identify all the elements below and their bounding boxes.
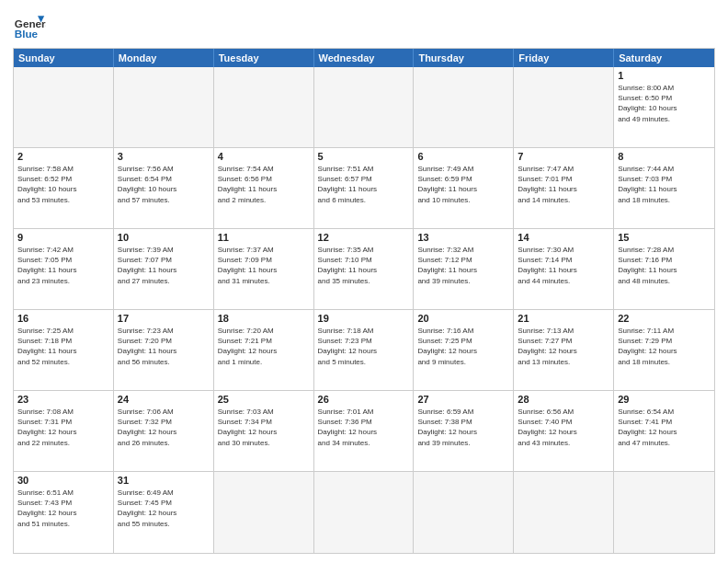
- weekday-header-monday: Monday: [114, 49, 214, 67]
- calendar-day-22: 22Sunrise: 7:11 AM Sunset: 7:29 PM Dayli…: [614, 310, 714, 391]
- page: General Blue SundayMondayTuesdayWednesda…: [0, 0, 728, 563]
- day-info: Sunrise: 7:28 AM Sunset: 7:16 PM Dayligh…: [618, 245, 711, 286]
- day-number: 30: [17, 475, 109, 486]
- day-number: 6: [417, 151, 509, 162]
- day-info: Sunrise: 6:54 AM Sunset: 7:41 PM Dayligh…: [618, 407, 711, 448]
- day-number: 19: [318, 313, 410, 324]
- calendar-empty-cell: [414, 67, 514, 148]
- svg-text:Blue: Blue: [15, 28, 39, 40]
- calendar-day-30: 30Sunrise: 6:51 AM Sunset: 7:43 PM Dayli…: [14, 472, 114, 553]
- calendar-day-16: 16Sunrise: 7:25 AM Sunset: 7:18 PM Dayli…: [14, 310, 114, 391]
- weekday-header-friday: Friday: [514, 49, 614, 67]
- day-number: 1: [618, 70, 711, 81]
- calendar-day-26: 26Sunrise: 7:01 AM Sunset: 7:36 PM Dayli…: [314, 391, 415, 472]
- day-number: 5: [318, 151, 410, 162]
- logo-icon: General Blue: [13, 9, 46, 42]
- day-info: Sunrise: 6:56 AM Sunset: 7:40 PM Dayligh…: [518, 407, 609, 448]
- day-info: Sunrise: 6:59 AM Sunset: 7:38 PM Dayligh…: [417, 407, 509, 448]
- calendar-day-2: 2Sunrise: 7:58 AM Sunset: 6:52 PM Daylig…: [14, 148, 114, 229]
- calendar-empty-cell: [314, 472, 415, 553]
- weekday-header-saturday: Saturday: [614, 49, 714, 67]
- day-number: 18: [218, 313, 310, 324]
- calendar-day-13: 13Sunrise: 7:32 AM Sunset: 7:12 PM Dayli…: [414, 229, 514, 310]
- calendar-day-31: 31Sunrise: 6:49 AM Sunset: 7:45 PM Dayli…: [114, 472, 214, 553]
- day-info: Sunrise: 7:08 AM Sunset: 7:31 PM Dayligh…: [17, 407, 109, 448]
- day-info: Sunrise: 7:51 AM Sunset: 6:57 PM Dayligh…: [318, 164, 410, 205]
- day-info: Sunrise: 8:00 AM Sunset: 6:50 PM Dayligh…: [618, 83, 711, 124]
- day-info: Sunrise: 7:23 AM Sunset: 7:20 PM Dayligh…: [118, 326, 210, 367]
- calendar-day-18: 18Sunrise: 7:20 AM Sunset: 7:21 PM Dayli…: [214, 310, 314, 391]
- calendar-empty-cell: [214, 472, 314, 553]
- day-number: 2: [17, 151, 109, 162]
- day-number: 29: [618, 394, 711, 405]
- day-info: Sunrise: 7:56 AM Sunset: 6:54 PM Dayligh…: [118, 164, 210, 205]
- calendar-day-7: 7Sunrise: 7:47 AM Sunset: 7:01 PM Daylig…: [514, 148, 614, 229]
- day-info: Sunrise: 7:54 AM Sunset: 6:56 PM Dayligh…: [218, 164, 310, 205]
- day-number: 26: [318, 394, 410, 405]
- calendar-header: SundayMondayTuesdayWednesdayThursdayFrid…: [14, 49, 714, 67]
- day-info: Sunrise: 7:35 AM Sunset: 7:10 PM Dayligh…: [318, 245, 410, 286]
- day-number: 3: [118, 151, 210, 162]
- day-number: 8: [618, 151, 711, 162]
- day-number: 4: [218, 151, 310, 162]
- day-number: 9: [17, 232, 109, 243]
- day-info: Sunrise: 7:32 AM Sunset: 7:12 PM Dayligh…: [417, 245, 509, 286]
- calendar-body: 1Sunrise: 8:00 AM Sunset: 6:50 PM Daylig…: [14, 67, 714, 553]
- calendar-day-21: 21Sunrise: 7:13 AM Sunset: 7:27 PM Dayli…: [514, 310, 614, 391]
- day-number: 23: [17, 394, 109, 405]
- calendar-day-20: 20Sunrise: 7:16 AM Sunset: 7:25 PM Dayli…: [414, 310, 514, 391]
- day-info: Sunrise: 7:18 AM Sunset: 7:23 PM Dayligh…: [318, 326, 410, 367]
- calendar-empty-cell: [514, 472, 614, 553]
- day-number: 27: [417, 394, 509, 405]
- calendar-empty-cell: [214, 67, 314, 148]
- day-number: 11: [218, 232, 310, 243]
- calendar-day-19: 19Sunrise: 7:18 AM Sunset: 7:23 PM Dayli…: [314, 310, 415, 391]
- calendar-empty-cell: [514, 67, 614, 148]
- day-info: Sunrise: 7:47 AM Sunset: 7:01 PM Dayligh…: [518, 164, 609, 205]
- calendar-day-15: 15Sunrise: 7:28 AM Sunset: 7:16 PM Dayli…: [614, 229, 714, 310]
- calendar-day-10: 10Sunrise: 7:39 AM Sunset: 7:07 PM Dayli…: [114, 229, 214, 310]
- calendar-day-12: 12Sunrise: 7:35 AM Sunset: 7:10 PM Dayli…: [314, 229, 415, 310]
- day-number: 17: [118, 313, 210, 324]
- day-number: 16: [17, 313, 109, 324]
- logo: General Blue: [13, 9, 46, 42]
- day-info: Sunrise: 7:03 AM Sunset: 7:34 PM Dayligh…: [218, 407, 310, 448]
- day-info: Sunrise: 7:30 AM Sunset: 7:14 PM Dayligh…: [518, 245, 609, 286]
- day-number: 10: [118, 232, 210, 243]
- day-number: 13: [417, 232, 509, 243]
- weekday-header-thursday: Thursday: [414, 49, 514, 67]
- day-number: 21: [518, 313, 609, 324]
- day-number: 15: [618, 232, 711, 243]
- day-number: 20: [417, 313, 509, 324]
- day-number: 31: [118, 475, 210, 486]
- day-info: Sunrise: 6:51 AM Sunset: 7:43 PM Dayligh…: [17, 488, 109, 529]
- day-info: Sunrise: 7:06 AM Sunset: 7:32 PM Dayligh…: [118, 407, 210, 448]
- day-number: 24: [118, 394, 210, 405]
- calendar-day-11: 11Sunrise: 7:37 AM Sunset: 7:09 PM Dayli…: [214, 229, 314, 310]
- day-info: Sunrise: 7:25 AM Sunset: 7:18 PM Dayligh…: [17, 326, 109, 367]
- day-info: Sunrise: 7:49 AM Sunset: 6:59 PM Dayligh…: [417, 164, 509, 205]
- day-info: Sunrise: 7:01 AM Sunset: 7:36 PM Dayligh…: [318, 407, 410, 448]
- calendar-empty-cell: [414, 472, 514, 553]
- calendar-day-6: 6Sunrise: 7:49 AM Sunset: 6:59 PM Daylig…: [414, 148, 514, 229]
- calendar-day-14: 14Sunrise: 7:30 AM Sunset: 7:14 PM Dayli…: [514, 229, 614, 310]
- day-number: 7: [518, 151, 609, 162]
- day-number: 22: [618, 313, 711, 324]
- header: General Blue: [13, 9, 715, 42]
- weekday-header-sunday: Sunday: [14, 49, 114, 67]
- calendar-empty-cell: [14, 67, 114, 148]
- calendar-day-1: 1Sunrise: 8:00 AM Sunset: 6:50 PM Daylig…: [614, 67, 714, 148]
- calendar-day-5: 5Sunrise: 7:51 AM Sunset: 6:57 PM Daylig…: [314, 148, 415, 229]
- day-number: 25: [218, 394, 310, 405]
- calendar-empty-cell: [314, 67, 415, 148]
- calendar-day-29: 29Sunrise: 6:54 AM Sunset: 7:41 PM Dayli…: [614, 391, 714, 472]
- day-info: Sunrise: 7:20 AM Sunset: 7:21 PM Dayligh…: [218, 326, 310, 367]
- weekday-header-tuesday: Tuesday: [214, 49, 314, 67]
- day-info: Sunrise: 7:37 AM Sunset: 7:09 PM Dayligh…: [218, 245, 310, 286]
- day-info: Sunrise: 7:13 AM Sunset: 7:27 PM Dayligh…: [518, 326, 609, 367]
- day-number: 14: [518, 232, 609, 243]
- calendar-day-27: 27Sunrise: 6:59 AM Sunset: 7:38 PM Dayli…: [414, 391, 514, 472]
- calendar-day-24: 24Sunrise: 7:06 AM Sunset: 7:32 PM Dayli…: [114, 391, 214, 472]
- day-info: Sunrise: 7:39 AM Sunset: 7:07 PM Dayligh…: [118, 245, 210, 286]
- day-number: 12: [318, 232, 410, 243]
